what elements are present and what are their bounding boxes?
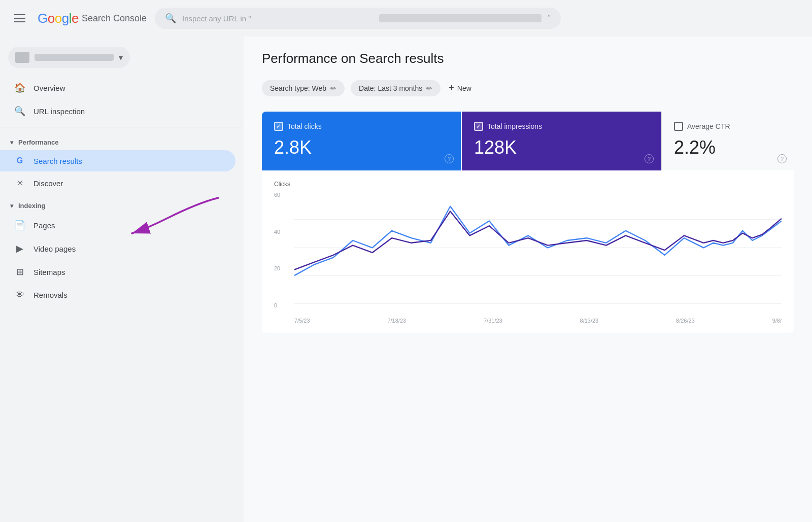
menu-button[interactable] xyxy=(10,10,29,26)
x-label-3: 8/13/23 xyxy=(580,318,599,324)
chart-area: 60 40 20 0 xyxy=(274,192,782,324)
sidebar-item-label: Pages xyxy=(33,221,55,230)
impressions-label: Total impressions xyxy=(487,122,542,130)
section-label: Indexing xyxy=(18,202,45,210)
ctr-value: 2.2% xyxy=(674,137,782,158)
x-axis: 7/5/23 7/18/23 7/31/23 8/13/23 8/26/23 9… xyxy=(294,318,782,324)
chart-y-label: Clicks xyxy=(274,181,782,188)
x-label-2: 7/31/23 xyxy=(484,318,502,324)
edit-icon: ✏ xyxy=(426,84,432,92)
y-value-40: 40 xyxy=(274,229,280,235)
sidebar-item-pages[interactable]: 📄 Pages xyxy=(0,214,235,237)
impressions-value: 128K xyxy=(474,137,649,158)
site-name xyxy=(35,54,114,61)
sidebar-item-label: Discover xyxy=(33,179,63,188)
sidebar-item-label: Overview xyxy=(33,84,65,92)
sitemaps-icon: ⊞ xyxy=(14,266,25,277)
asterisk-icon: ✳ xyxy=(14,178,25,189)
chevron-down-icon: ▾ xyxy=(10,202,13,210)
url-inspection-bar[interactable]: 🔍 Inspect any URL in " " xyxy=(155,8,561,29)
page-title: Performance on Search results xyxy=(262,51,794,66)
chevron-down-icon: ▾ xyxy=(10,139,13,146)
filter-bar: Search type: Web ✏ Date: Last 3 months ✏… xyxy=(262,79,794,97)
sidebar-item-search-results[interactable]: G Search results xyxy=(0,150,235,171)
date-label: Date: Last 3 months xyxy=(359,84,422,92)
ctr-label: Average CTR xyxy=(687,122,730,130)
sidebar-item-label: URL inspection xyxy=(33,107,85,116)
url-blur xyxy=(379,14,542,22)
x-label-0: 7/5/23 xyxy=(294,318,310,324)
edit-icon: ✏ xyxy=(330,84,336,92)
main-layout: ▾ 🏠 Overview 🔍 URL inspection ▾ Performa… xyxy=(0,37,812,522)
sidebar-item-label: Search results xyxy=(33,157,82,165)
search-icon: 🔍 xyxy=(165,13,176,24)
divider xyxy=(0,127,244,127)
clicks-checkbox[interactable]: ✓ xyxy=(274,122,283,131)
site-thumbnail xyxy=(15,52,29,63)
help-icon[interactable]: ? xyxy=(445,154,454,163)
section-label: Performance xyxy=(18,138,58,146)
performance-section-header[interactable]: ▾ Performance xyxy=(0,131,244,150)
pages-icon: 📄 xyxy=(14,220,25,231)
sidebar-item-removals[interactable]: 👁 Removals xyxy=(0,284,235,306)
sidebar-item-url-inspection[interactable]: 🔍 URL inspection xyxy=(0,99,235,123)
new-filter-button[interactable]: + New xyxy=(447,79,473,97)
metric-card-total-clicks[interactable]: ✓ Total clicks 2.8K ? xyxy=(262,112,461,170)
chart-svg xyxy=(294,192,782,304)
chart-container: Clicks 60 40 20 0 xyxy=(262,170,794,333)
indexing-section-header[interactable]: ▾ Indexing xyxy=(0,195,244,214)
g-logo-icon: G xyxy=(14,156,25,165)
search-type-label: Search type: Web xyxy=(270,84,326,92)
date-filter[interactable]: Date: Last 3 months ✏ xyxy=(351,80,441,96)
help-icon[interactable]: ? xyxy=(645,154,654,163)
metric-card-total-impressions[interactable]: ✓ Total impressions 128K ? xyxy=(462,112,661,170)
search-type-filter[interactable]: Search type: Web ✏ xyxy=(262,80,345,96)
y-value-20: 20 xyxy=(274,265,280,271)
header: Google Search Console 🔍 Inspect any URL … xyxy=(0,0,812,37)
video-icon: ▶ xyxy=(14,243,25,254)
help-icon[interactable]: ? xyxy=(777,154,787,163)
x-label-4: 8/26/23 xyxy=(676,318,695,324)
y-value-60: 60 xyxy=(274,192,280,198)
sidebar-item-label: Video pages xyxy=(33,245,76,253)
clicks-value: 2.8K xyxy=(274,137,449,158)
y-axis: 60 40 20 0 xyxy=(274,192,280,308)
removals-icon: 👁 xyxy=(14,290,25,300)
sidebar-item-discover[interactable]: ✳ Discover xyxy=(0,171,235,195)
ctr-checkbox[interactable] xyxy=(674,122,683,131)
metric-cards: ✓ Total clicks 2.8K ? ✓ Total impression… xyxy=(262,112,794,170)
search-icon: 🔍 xyxy=(14,106,25,117)
home-icon: 🏠 xyxy=(14,82,25,93)
metric-card-average-ctr[interactable]: Average CTR 2.2% ? xyxy=(662,112,794,170)
app-title: Search Console xyxy=(82,13,147,24)
logo: Google Search Console xyxy=(38,11,147,26)
x-label-5: 9/8/ xyxy=(772,318,782,324)
sidebar: ▾ 🏠 Overview 🔍 URL inspection ▾ Performa… xyxy=(0,37,244,522)
clicks-label: Total clicks xyxy=(287,122,322,130)
impressions-checkbox[interactable]: ✓ xyxy=(474,122,483,131)
search-placeholder-text: Inspect any URL in " xyxy=(182,14,373,23)
sidebar-item-label: Removals xyxy=(33,291,67,299)
new-filter-label: New xyxy=(457,84,471,92)
sidebar-item-video-pages[interactable]: ▶ Video pages xyxy=(0,237,235,260)
sidebar-item-overview[interactable]: 🏠 Overview xyxy=(0,76,235,99)
chevron-down-icon: ▾ xyxy=(119,53,123,62)
sidebar-item-label: Sitemaps xyxy=(33,268,65,276)
site-selector[interactable]: ▾ xyxy=(8,47,130,68)
plus-icon: + xyxy=(449,83,454,93)
main-content: Performance on Search results Search typ… xyxy=(244,37,812,522)
y-value-0: 0 xyxy=(274,302,280,308)
x-label-1: 7/18/23 xyxy=(387,318,406,324)
sidebar-item-sitemaps[interactable]: ⊞ Sitemaps xyxy=(0,260,235,284)
